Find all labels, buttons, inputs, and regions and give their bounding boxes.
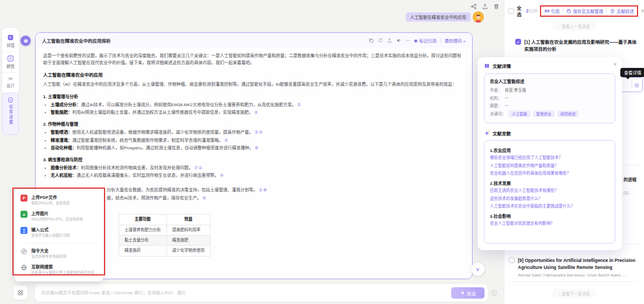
literature-item[interactable]: [9] Opportunities for Artificial Intelli… [509,257,636,278]
diverge-card: 1.农业应用 哪些农业领域已经应用了人工智能技术？ 人工智能如何提高农作物产量和… [484,140,615,244]
quote-icon: 99 [544,9,549,13]
compass-icon [20,248,27,259]
export-answer-icon[interactable] [387,38,392,43]
select-all-checkbox[interactable] [508,8,514,14]
toolbar-divider [440,38,441,43]
item-checkbox[interactable] [509,257,515,263]
next-message-pill[interactable]: ↓ 查看下一条消息 [552,289,596,298]
list-divider [624,244,641,244]
citation-marker[interactable]: ② [254,110,259,115]
diverge-section-header: 文献发散 [484,130,615,136]
keyword-tag[interactable]: 智慧农业 [533,110,555,117]
send-button[interactable]: 发送 [451,287,484,299]
grid-icon [17,289,24,296]
menu-item-command-list[interactable]: 指令大全 支持多种学术场景说明 [20,248,98,259]
item-checkbox-checked[interactable]: ✓ [515,39,521,45]
selection-count: 2/100 [526,8,537,13]
view-details-tooltip: 查看详情 [620,68,644,77]
menu-item-subtitle: 回答基于从搜索引擎上搜索到的网页内容 [31,270,94,275]
bullet-item: 智能喷洒：使用无人机或智能喷洒设备，根据作物需求精准施药，减少化学物质的使用量，… [51,129,465,136]
answer-toolbar: ⋯ ◉ 标记引用 猜你想问 > [369,38,466,44]
citation-marker[interactable]: ⑤ [224,138,228,143]
cite-button[interactable]: 99 引用 [544,8,559,14]
guess-ask-button[interactable]: 猜你想问 > [445,38,466,44]
literature-item-authors: Asmae Dakir; Fatimazahra Barramou; Omar … [518,273,636,278]
menu-item-subtitle: 支持手写输入和图片识别 [31,233,70,238]
more-icon[interactable]: ⋯ [405,38,410,43]
previous-message-pill[interactable]: ↑ 查看上一条消息 [552,22,596,31]
citation-marker[interactable]: ① [297,102,302,107]
citation-marker[interactable]: ⑥ [203,196,207,201]
detail-author-row: 作者：肖亚;李玉强 [490,87,610,93]
literature-item[interactable]: ✓ [1] 人工智能在农业发展的应用及影响研究——基于具体实施项目的分析 [515,39,639,53]
menu-item-web-search[interactable]: 互联网搜索 回答基于从搜索引擎上搜索到的网页内容 [20,264,98,275]
literature-doc-title: 农业人工智能综述 [490,78,610,84]
diverge-group-heading: 1.农业应用 [490,147,610,153]
diverge-question[interactable]: 这些技术的发展趋势是什么？ [490,195,610,203]
close-icon[interactable]: × [613,61,617,67]
diverge-question[interactable]: 哪些农业领域已经应用了人工智能技术？ [490,154,610,162]
menu-item-subtitle: 5M以内的PNG/JPG，仅支持单张 [31,217,83,222]
diverge-question[interactable]: 人工智能如何提高农作物产量和质量？ [490,162,610,170]
section-heading: 2. 作物种植与管理 [43,121,465,128]
diverge-question[interactable]: 目前主流的农业人工智能技术有哪些？ [490,187,610,195]
diverge-question[interactable]: 人工智能技术在农业中面临的主要挑战是什么？ [490,203,610,211]
mark-citation-icon: ◉ [414,38,418,43]
trash-icon[interactable] [493,3,500,10]
citation-marker[interactable]: ⑥ [254,146,259,150]
sidebar-item-chat[interactable]: 对话 [2,31,19,51]
citation-marker[interactable]: ④ [220,173,224,178]
document-icon [610,9,615,13]
detail-org-row: 机构：--- [490,95,610,101]
task-doc-icon [8,97,13,103]
menu-item-input-formula[interactable]: ∑ 输入公式 支持手写输入和图片识别 [20,227,98,238]
scroll-to-bottom-button[interactable]: ∨ [471,262,484,276]
share-icon[interactable] [470,3,477,10]
list-divider [624,165,641,165]
citation-marker[interactable]: ⑦① [194,165,203,170]
detail-popup-title: 文献详情 [493,63,511,69]
bullet-item: 土壤成分分析：通过AI技术，可以精准分析土壤成分，例如使用EM38-MK2大地电… [51,101,465,108]
answer-section-title: 人工智能在精准农业中的应用 [43,71,465,79]
export-icon[interactable] [482,3,488,10]
bullet-list: 图像分析技术：利用图像分析技术检测作物病虫害，及时发现并处理问题。⑦① 无人机巡… [43,164,465,179]
bullet-list: 智能喷洒：使用无人机或智能喷洒设备，根据作物需求精准施药，减少化学物质的使用量，… [43,129,465,151]
apps-grid-button[interactable] [13,286,27,300]
citation-marker[interactable]: ③④ [254,130,263,135]
citation-marker[interactable]: ①⑧ [259,188,267,192]
message-input[interactable] [41,291,451,295]
expand-icon: ≫ [8,76,13,81]
task-progress-panel[interactable]: 任务进度 [2,93,19,135]
menu-item-upload-image[interactable]: ▲ 上传图片 5M以内的PNG/JPG，仅支持单张 [20,211,98,222]
copy-icon[interactable] [369,38,374,43]
close-icon[interactable]: × [641,8,644,14]
regenerate-icon[interactable] [378,38,383,43]
covered-item-fragment: [1]... [624,190,632,195]
message-composer: 发送 [35,284,488,302]
keyword-tag[interactable]: 研究综述 [557,110,579,117]
toolbar-divider [563,9,563,13]
mark-citation-button[interactable]: ◉ 标记引用 [414,38,437,44]
mark-citation-label: 标记引用 [419,38,437,44]
save-to-library-button[interactable]: 保存至文献管理 [566,8,603,14]
diverge-question[interactable]: 农业人工智能对农民就业有何影响？ [490,220,610,228]
menu-divider [20,243,98,244]
literature-item-title: [1] 人工智能在农业发展的应用及影响研究——基于具体实施项目的分析 [524,39,639,53]
detail-keywords-row: 关键词： 人工智能 智慧农业 研究综述 [490,110,610,117]
answer-title: 人工智能在精准农业中的应用探析 [42,37,369,44]
menu-item-upload-pdf[interactable]: P 上传PDF文件 每篇30M以内，支持多篇 [20,195,98,206]
menu-item-title: 输入公式 [31,227,70,233]
literature-toolbar: 99 引用 保存至文献管理 文献综述 [540,5,638,17]
literature-review-button[interactable]: 文献综述 [610,8,634,14]
diverge-question[interactable]: 农业机器人在农田中的具体应用场景有哪些？ [490,170,610,178]
voice-icon[interactable] [396,38,401,43]
view-details-eye-icon[interactable]: ◎ [634,82,639,88]
menu-item-title: 上传图片 [31,211,83,217]
detail-popup-header: 文献详情 [484,63,615,69]
menu-item-title: 指令大全 [31,248,66,254]
info-icon[interactable]: ⓘ [491,288,497,297]
keyword-tag[interactable]: 人工智能 [509,110,530,117]
sidebar-expand-button[interactable]: ≫ 展开 [2,72,19,92]
sidebar-item-research[interactable]: 研究 [2,51,19,72]
section-heading: 1. 土壤管理与分析 [43,93,465,100]
